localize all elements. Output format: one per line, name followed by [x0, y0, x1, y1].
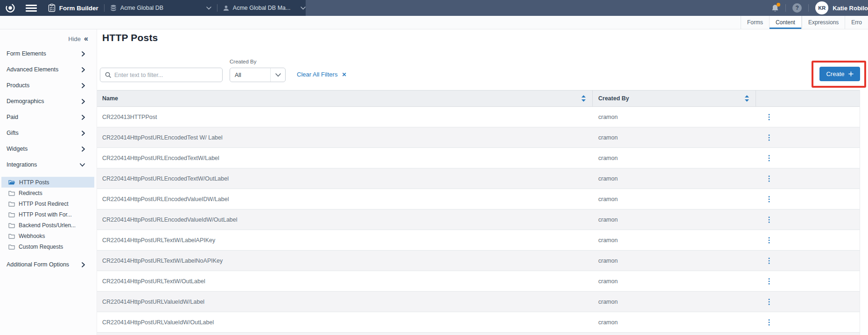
- cell-actions: ⋮: [756, 278, 860, 285]
- chevron-right-icon: [82, 262, 85, 267]
- hide-sidebar-button[interactable]: Hide «: [0, 29, 97, 42]
- filter-search-input[interactable]: [114, 72, 217, 78]
- user-avatar[interactable]: KR: [815, 1, 828, 14]
- row-menu-icon[interactable]: ⋮: [765, 257, 773, 265]
- table-row[interactable]: CR220414HttpPostURLValueIdW/OutLabelcram…: [97, 312, 860, 333]
- top-navbar: Form Builder Acme Global DB Acme Global: [0, 0, 868, 16]
- table-row[interactable]: CR220414HttpPostURLValueIdW/Labelcramon⋮: [97, 292, 860, 312]
- cell-name: CR220413HTTPPost: [97, 114, 593, 120]
- sidebar-item-http-post-with-for[interactable]: HTTP Post with For...: [1, 209, 94, 220]
- filter-search-box: [100, 68, 223, 82]
- row-menu-icon[interactable]: ⋮: [765, 154, 773, 162]
- sidebar-item-http-post-redirect[interactable]: HTTP Post Redirect: [1, 198, 94, 209]
- user-name[interactable]: Katie Robilo: [833, 5, 868, 12]
- cell-name: CR220414HttpPostURLEncodedTextW/Label: [97, 155, 593, 161]
- sidebar-item-advanced-elements[interactable]: Advanced Elements: [0, 62, 97, 77]
- row-menu-icon[interactable]: ⋮: [765, 113, 773, 121]
- sidebar-item-webhooks[interactable]: Webhooks: [1, 230, 94, 241]
- tab-forms[interactable]: Forms: [741, 16, 769, 29]
- sidebar-item-label: Additional Form Options: [7, 261, 69, 268]
- sidebar-item-widgets[interactable]: Widgets: [0, 141, 97, 157]
- tab-expressions[interactable]: Expressions: [802, 16, 845, 29]
- chevron-right-icon: [82, 67, 85, 72]
- row-menu-icon[interactable]: ⋮: [765, 278, 773, 285]
- sidebar-item-gifts[interactable]: Gifts: [0, 125, 97, 141]
- partial-row: [97, 333, 860, 335]
- sidebar-item-demographics[interactable]: Demographics: [0, 93, 97, 109]
- cell-created-by: cramon: [593, 237, 756, 244]
- help-icon[interactable]: ?: [792, 3, 802, 13]
- folder-icon: [8, 223, 15, 228]
- sidebar-item-label: Form Elements: [7, 50, 46, 57]
- clear-all-filters-link[interactable]: Clear All Filters ✕: [297, 71, 346, 78]
- sidebar-item-http-posts[interactable]: HTTP Posts: [1, 177, 94, 188]
- database-selector[interactable]: Acme Global DB: [110, 5, 211, 11]
- column-header-created-by[interactable]: Created By: [593, 91, 756, 106]
- row-menu-icon[interactable]: ⋮: [765, 175, 773, 182]
- app-logo-icon[interactable]: [4, 3, 16, 13]
- sidebar-item-form-elements[interactable]: Form Elements: [0, 46, 97, 62]
- table-row[interactable]: CR220414HttpPostURLEncodedTest W/ Labelc…: [97, 127, 860, 148]
- sidebar-item-paid[interactable]: Paid: [0, 109, 97, 125]
- cell-name: CR220414HttpPostURLEncodedTest W/ Label: [97, 134, 593, 141]
- audience-selector[interactable]: Acme Global DB Ma...: [223, 5, 306, 11]
- navbar-left-section: Form Builder Acme Global DB Acme Global: [0, 0, 306, 16]
- table-row[interactable]: CR220414HttpPostURLTextW/OutLabelcramon⋮: [97, 271, 860, 292]
- sidebar-item-label: Webhooks: [19, 233, 45, 239]
- chevron-right-icon: [82, 147, 85, 152]
- sidebar-item-products[interactable]: Products: [0, 77, 97, 93]
- hamburger-menu-icon[interactable]: [26, 5, 37, 12]
- row-menu-icon[interactable]: ⋮: [765, 298, 773, 306]
- cell-actions: ⋮: [756, 237, 860, 244]
- sidebar-item-label: Integrations: [7, 161, 37, 168]
- cell-actions: ⋮: [756, 113, 860, 121]
- tab-erro[interactable]: Erro: [845, 16, 868, 29]
- row-menu-icon[interactable]: ⋮: [765, 237, 773, 244]
- sort-icon[interactable]: [581, 95, 586, 102]
- folder-icon: [8, 190, 15, 196]
- sidebar-item-label: Redirects: [19, 190, 42, 196]
- row-menu-icon[interactable]: ⋮: [765, 319, 773, 326]
- cell-created-by: cramon: [593, 134, 756, 141]
- table-row[interactable]: CR220414HttpPostURLTextW/LabelNoAPIKeycr…: [97, 251, 860, 271]
- clear-icon: ✕: [342, 72, 346, 77]
- person-icon: [223, 5, 229, 11]
- cell-created-by: cramon: [593, 258, 756, 264]
- created-by-selected-value: All: [230, 72, 270, 78]
- cell-actions: ⋮: [756, 134, 860, 141]
- navbar-divider: [785, 4, 786, 12]
- folder-icon: [8, 244, 15, 250]
- row-menu-icon[interactable]: ⋮: [765, 216, 773, 223]
- table-row[interactable]: CR220414HttpPostURLEncodedTextW/OutLabel…: [97, 168, 860, 189]
- cell-actions: ⋮: [756, 257, 860, 265]
- cell-actions: ⋮: [756, 154, 860, 162]
- table-row[interactable]: CR220414HttpPostURLEncodedValueIDW/Label…: [97, 189, 860, 209]
- cell-created-by: cramon: [593, 155, 756, 161]
- sidebar-item-label: HTTP Posts: [19, 179, 49, 186]
- sidebar-item-label: Paid: [7, 114, 18, 120]
- chevron-right-icon: [82, 99, 85, 104]
- table-row[interactable]: CR220414HttpPostURLEncodedValueIdW/OutLa…: [97, 209, 860, 230]
- row-menu-icon[interactable]: ⋮: [765, 195, 773, 203]
- row-menu-icon[interactable]: ⋮: [765, 134, 773, 141]
- app-title-group: Form Builder: [48, 4, 98, 12]
- sort-icon[interactable]: [745, 95, 749, 102]
- table-row[interactable]: CR220414HttpPostURLTextW/LabelAPIKeycram…: [97, 230, 860, 251]
- sidebar-item-redirects[interactable]: Redirects: [1, 188, 94, 198]
- table-row[interactable]: CR220413HTTPPostcramon⋮: [97, 107, 860, 127]
- chevron-right-icon: [82, 131, 85, 136]
- tab-content[interactable]: Content: [769, 16, 802, 29]
- notifications-bell-icon[interactable]: [771, 4, 779, 12]
- sidebar-item-custom-requests[interactable]: Custom Requests: [1, 241, 94, 252]
- navbar-right-section: ? KR Katie Robilo: [306, 0, 868, 16]
- column-header-name[interactable]: Name: [97, 91, 593, 106]
- folder-icon: [8, 233, 15, 239]
- sidebar-item-integrations[interactable]: Integrations: [0, 157, 97, 173]
- created-by-select[interactable]: All: [230, 68, 286, 82]
- sidebar-item-additional-form-options[interactable]: Additional Form Options: [0, 257, 97, 272]
- sidebar-item-backend-posts-urlen[interactable]: Backend Posts/Urlen...: [1, 220, 94, 230]
- table-row[interactable]: CR220414HttpPostURLEncodedTextW/Labelcra…: [97, 148, 860, 168]
- sidebar-item-label: Gifts: [7, 130, 19, 136]
- cell-created-by: cramon: [593, 114, 756, 120]
- create-button[interactable]: Create: [819, 67, 860, 81]
